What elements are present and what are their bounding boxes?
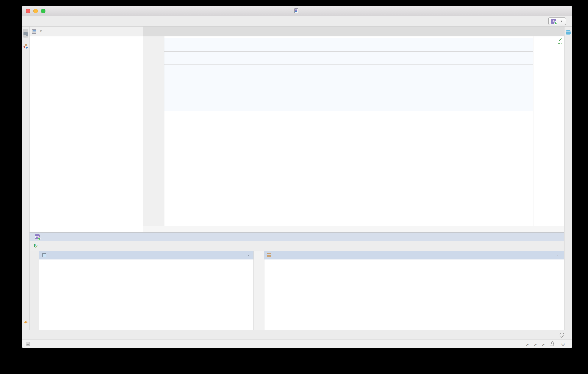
editor-tab-bar: [143, 27, 564, 36]
status-bar: ▴▾ ▴▾ ▴▾: [22, 339, 572, 348]
ide-window: php ▼ ★: [22, 6, 572, 348]
editor-breadcrumbs: [143, 226, 564, 232]
variables-panel: [264, 251, 564, 330]
tool-window-toggle-icon[interactable]: [26, 342, 30, 346]
titlebar[interactable]: [22, 6, 572, 16]
stripe-structure-button[interactable]: [22, 42, 29, 52]
frames-list: [39, 269, 253, 330]
variables-icon: [267, 253, 271, 257]
updown-icon: ▴▾: [534, 344, 536, 346]
updown-icon: ▴▾: [526, 344, 528, 346]
encoding-select[interactable]: ▴▾: [534, 341, 536, 347]
stripe-database-button[interactable]: [566, 29, 571, 38]
frames-header: [39, 251, 253, 259]
git-branch-select[interactable]: ▴▾: [541, 341, 545, 347]
project-view-icon: [32, 29, 36, 33]
star-icon: ★: [23, 319, 28, 325]
project-tool-window: ▼: [30, 27, 143, 232]
code-area[interactable]: ✔: [164, 36, 564, 226]
chevron-down-icon[interactable]: ▼: [39, 30, 42, 33]
structure-icon: [26, 47, 28, 49]
code-separator-line: [164, 51, 533, 52]
unlock-icon[interactable]: [549, 341, 554, 346]
zoom-window-icon[interactable]: [41, 9, 45, 13]
left-tool-window-stripe: ★: [22, 27, 30, 330]
right-margin-guide: [533, 36, 534, 226]
watches-toolbar: [254, 251, 264, 330]
frames-icon: [42, 253, 46, 257]
tool-window-bar: [22, 330, 572, 339]
project-tree: [30, 36, 143, 37]
stripe-project-button[interactable]: [23, 29, 28, 38]
event-log-button[interactable]: [557, 331, 568, 339]
debug-tool-window: php: [30, 232, 564, 330]
editor-area: ✔: [143, 27, 564, 232]
run-configuration-select[interactable]: php ▼: [548, 17, 566, 25]
code-separator-line: [164, 65, 533, 65]
traffic-lights: [26, 9, 45, 13]
highlighting-level-icon[interactable]: [558, 340, 567, 348]
project-panel-header: ▼: [30, 27, 143, 36]
debug-left-toolbar: [30, 251, 39, 330]
code-tint-region: [164, 38, 533, 111]
editor-body: ✔: [143, 36, 564, 226]
frames-nav-buttons: [39, 259, 253, 269]
desktop-background: php ▼ ★: [0, 0, 588, 374]
rerun-icon[interactable]: [31, 242, 40, 250]
chevron-down-icon: ▼: [560, 20, 563, 23]
line-separator-select[interactable]: ▴▾: [525, 341, 528, 347]
float-panel-icon[interactable]: [553, 251, 562, 259]
editor-gutter[interactable]: [143, 36, 164, 226]
close-window-icon[interactable]: [26, 9, 30, 13]
minimize-window-icon[interactable]: [33, 9, 38, 13]
inspection-ok-icon[interactable]: ✔: [558, 37, 562, 43]
variables-header: [264, 251, 564, 259]
document-icon: [294, 8, 298, 13]
workspace: ★ ▼: [22, 27, 572, 330]
php-debug-session-icon: php: [35, 234, 40, 239]
frames-panel: [39, 251, 254, 330]
debug-toolbar: [30, 241, 564, 251]
event-log-icon: [557, 331, 567, 339]
navigation-bar: php ▼: [22, 16, 572, 27]
float-panel-icon[interactable]: [242, 251, 251, 259]
stripe-favorites-button[interactable]: ★: [22, 316, 29, 327]
code-lines: [164, 36, 564, 38]
php-run-config-icon: php: [551, 19, 556, 24]
debug-content: [30, 251, 564, 330]
variables-list: [264, 259, 564, 330]
right-tool-window-stripe: [564, 27, 572, 330]
debug-panel-header[interactable]: php: [30, 232, 564, 241]
database-icon: [566, 30, 571, 34]
updown-icon: ▴▾: [542, 344, 545, 346]
project-stripe-icon: [23, 32, 28, 35]
